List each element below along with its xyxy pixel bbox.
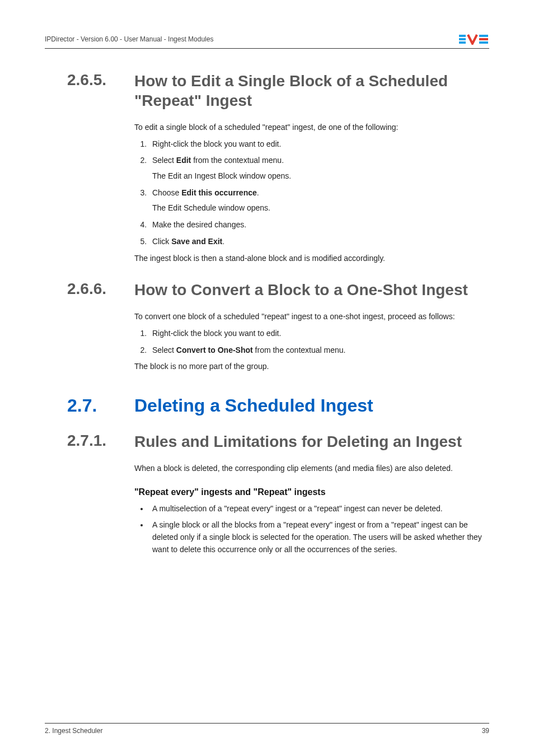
page-header: IPDirector - Version 6.00 - User Manual … [45, 34, 489, 49]
subheading-repeat-ingests: "Repeat every" ingests and "Repeat" inge… [134, 487, 489, 497]
heading-2-7: 2.7. Deleting a Scheduled Ingest [67, 395, 489, 416]
header-text: IPDirector - Version 6.00 - User Manual … [45, 35, 213, 43]
svg-rect-4 [479, 38, 488, 40]
heading-2-7-1: 2.7.1. Rules and Limitations for Deletin… [67, 432, 489, 451]
list-item: Right-click the block you want to edit. [149, 328, 489, 340]
intro-text: To edit a single block of a scheduled "r… [134, 122, 489, 134]
heading-number: 2.6.5. [67, 71, 134, 89]
page-footer: 2. Ingest Scheduler 39 [45, 723, 489, 735]
section-body-2-6-5: To edit a single block of a scheduled "r… [134, 122, 489, 264]
outro-text: The block is no more part of the group. [134, 361, 489, 373]
svg-rect-2 [459, 41, 466, 44]
section-body-2-7-1: When a block is deleted, the correspondi… [134, 463, 489, 475]
list-item: Click Save and Exit. [149, 236, 489, 248]
list-item: Choose Edit this occurrence. The Edit Sc… [149, 187, 489, 214]
footer-page-number: 39 [482, 727, 489, 735]
list-item: A multiselection of a "repeat every" ing… [149, 503, 489, 515]
intro-text: To convert one block of a scheduled "rep… [134, 311, 489, 323]
list-item: Select Edit from the contextual menu. Th… [149, 155, 489, 182]
heading-number: 2.7. [67, 395, 134, 416]
section-body-2-6-6: To convert one block of a scheduled "rep… [134, 311, 489, 373]
heading-title: Deleting a Scheduled Ingest [134, 395, 373, 416]
intro-text: When a block is deleted, the correspondi… [134, 463, 489, 475]
heading-number: 2.6.6. [67, 280, 134, 298]
evs-logo-icon [459, 34, 489, 45]
heading-2-6-6: 2.6.6. How to Convert a Block to a One-S… [67, 280, 489, 300]
heading-number: 2.7.1. [67, 432, 134, 450]
svg-rect-3 [479, 35, 488, 37]
list-item: Make the desired changes. [149, 219, 489, 231]
step-list: Right-click the block you want to edit. … [134, 138, 489, 248]
bullet-block: A multiselection of a "repeat every" ing… [134, 503, 489, 556]
footer-section: 2. Ingest Scheduler [45, 727, 102, 735]
heading-title: How to Convert a Block to a One-Shot Ing… [134, 280, 468, 300]
heading-title: Rules and Limitations for Deleting an In… [134, 432, 462, 451]
heading-title: How to Edit a Single Block of a Schedule… [134, 71, 489, 110]
bullet-list: A multiselection of a "repeat every" ing… [134, 503, 489, 556]
list-item: Right-click the block you want to edit. [149, 138, 489, 151]
list-item: Select Convert to One-Shot from the cont… [149, 344, 489, 357]
svg-rect-0 [459, 35, 466, 37]
step-list: Right-click the block you want to edit. … [134, 328, 489, 356]
heading-2-6-5: 2.6.5. How to Edit a Single Block of a S… [67, 71, 489, 110]
outro-text: The ingest block is then a stand-alone b… [134, 253, 489, 265]
svg-rect-1 [459, 38, 466, 40]
svg-rect-5 [479, 41, 488, 44]
list-item: A single block or all the blocks from a … [149, 519, 489, 556]
